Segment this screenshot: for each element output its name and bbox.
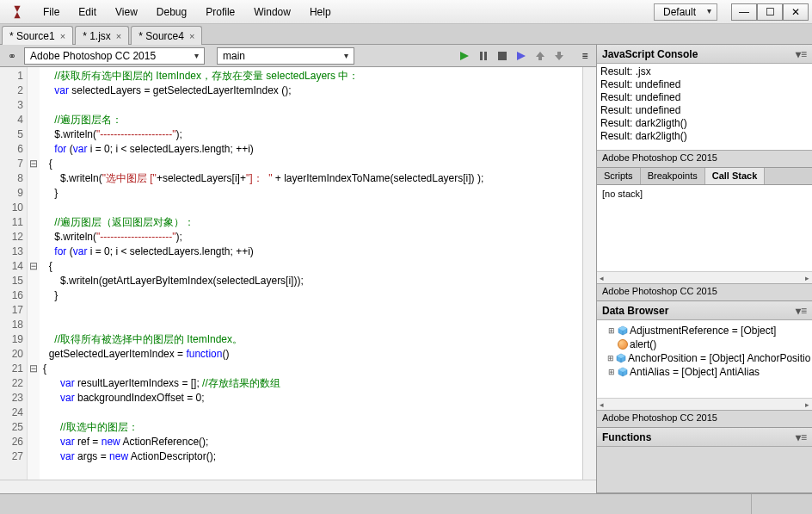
maximize-button[interactable]: ☐ xyxy=(757,3,783,21)
databrowser-body[interactable]: ⊞ AdjustmentReference = [Object] alert()… xyxy=(597,320,812,398)
menu-edit[interactable]: Edit xyxy=(70,3,105,22)
main-menu: FileEditViewDebugProfileWindowHelp xyxy=(34,3,340,22)
function-icon xyxy=(618,339,628,350)
close-tab-icon[interactable]: × xyxy=(116,31,121,41)
close-tab-icon[interactable]: × xyxy=(189,31,194,41)
function-dropdown[interactable]: main xyxy=(217,47,354,65)
menu-file[interactable]: File xyxy=(34,3,68,22)
object-icon xyxy=(618,367,628,377)
subtab-breakpoints[interactable]: Breakpoints xyxy=(641,168,705,184)
panel-menu-icon[interactable]: ▾≡ xyxy=(796,431,807,443)
titlebar: FileEditViewDebugProfileWindowHelp Defau… xyxy=(0,0,812,24)
callstack-scrollbar[interactable] xyxy=(597,271,812,283)
svg-rect-2 xyxy=(498,52,507,60)
statusbar xyxy=(0,493,812,514)
tree-item[interactable]: ⊞ AdjustmentReference = [Object] xyxy=(599,324,810,338)
console-header: JavaScript Console▾≡ xyxy=(597,45,812,64)
pause-button[interactable] xyxy=(476,49,491,63)
panel-menu-icon[interactable]: ▾≡ xyxy=(796,48,807,60)
object-icon xyxy=(618,325,628,336)
subtab-call-stack[interactable]: Call Stack xyxy=(705,168,766,184)
horizontal-scrollbar[interactable] xyxy=(0,480,596,493)
document-tab[interactable]: * 1.jsx× xyxy=(75,26,129,45)
minimize-button[interactable]: — xyxy=(731,3,757,21)
target-app-dropdown[interactable]: Adobe Photoshop CC 2015 xyxy=(24,47,205,65)
databrowser-footer: Adobe Photoshop CC 2015 xyxy=(597,410,812,427)
step-into-button[interactable] xyxy=(514,49,529,63)
run-button[interactable] xyxy=(457,49,472,63)
tree-item[interactable]: ⊞ AnchorPosition = [Object] AnchorPositi… xyxy=(599,351,810,365)
close-tab-icon[interactable]: × xyxy=(60,31,65,41)
databrowser-header: Data Browser▾≡ xyxy=(597,301,812,320)
tree-item[interactable]: alert() xyxy=(599,338,810,351)
code-editor[interactable]: 1234567891011121314151617181920212223242… xyxy=(0,67,596,480)
object-icon xyxy=(616,353,626,363)
console-output[interactable]: Result: .jsxResult: undefinedResult: und… xyxy=(597,64,812,150)
stop-button[interactable] xyxy=(495,49,510,63)
menu-profile[interactable]: Profile xyxy=(197,3,243,22)
document-tabs: * Source1×* 1.jsx×* Source4× xyxy=(0,24,812,45)
menu-debug[interactable]: Debug xyxy=(148,3,195,22)
subtab-scripts[interactable]: Scripts xyxy=(597,168,641,184)
menu-window[interactable]: Window xyxy=(245,3,299,22)
step-out-button[interactable] xyxy=(551,49,567,63)
document-tab[interactable]: * Source1× xyxy=(2,26,73,45)
link-icon[interactable]: ⚭ xyxy=(3,48,21,64)
line-numbers: 1234567891011121314151617181920212223242… xyxy=(0,67,28,480)
document-tab[interactable]: * Source4× xyxy=(131,26,202,45)
close-button[interactable]: ✕ xyxy=(783,3,809,21)
panel-menu-icon[interactable]: ▾≡ xyxy=(796,305,807,317)
debug-toolbar: ⚭ Adobe Photoshop CC 2015 main ≡ xyxy=(0,45,596,67)
code-area[interactable]: //获取所有选中图层的 ItemIndex，存放在变量 selectedLaye… xyxy=(40,67,582,480)
svg-rect-0 xyxy=(480,52,483,60)
console-footer: Adobe Photoshop CC 2015 xyxy=(597,150,812,167)
app-logo xyxy=(9,3,26,21)
functions-header: Functions▾≡ xyxy=(597,428,812,447)
step-over-button[interactable] xyxy=(532,49,548,63)
callstack-body[interactable]: [no stack] xyxy=(597,185,812,271)
debug-subtabs: ScriptsBreakpointsCall Stack xyxy=(597,168,812,185)
tree-item[interactable]: ⊞ AntiAlias = [Object] AntiAlias xyxy=(599,365,810,379)
svg-rect-1 xyxy=(484,52,487,60)
menu-view[interactable]: View xyxy=(107,3,146,22)
menu-help[interactable]: Help xyxy=(301,3,340,22)
toolbar-menu-icon[interactable]: ≡ xyxy=(577,49,593,63)
fold-column[interactable]: ⊟ ⊟ ⊟ xyxy=(28,67,40,480)
workspace-dropdown[interactable]: Default xyxy=(654,3,717,21)
vertical-scrollbar[interactable] xyxy=(582,67,596,480)
callstack-footer: Adobe Photoshop CC 2015 xyxy=(597,283,812,300)
browser-scrollbar[interactable] xyxy=(597,398,812,410)
